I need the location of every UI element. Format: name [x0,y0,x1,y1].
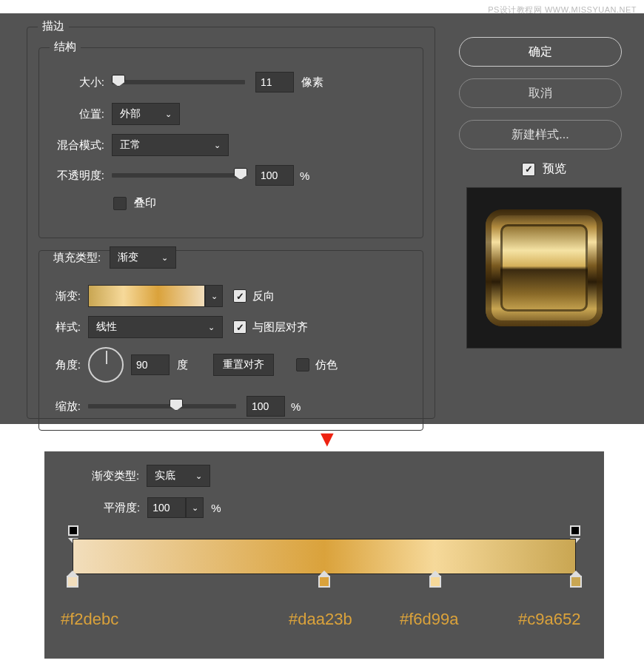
arrow-down-icon: ▼ [316,426,338,451]
style-label: 样式: [45,320,81,334]
blend-label: 混合模式: [33,138,104,152]
chevron-down-icon: ⌄ [208,323,215,332]
hex-2: #daa23b [289,610,352,629]
stroke-title: 描边 [38,19,69,33]
gradtype-label: 渐变类型: [92,469,139,483]
chevron-down-icon: ⌄ [195,471,202,481]
hex-3: #f6d99a [400,610,459,629]
color-stop-4[interactable] [570,576,582,591]
chevron-down-icon: ⌄ [214,141,221,150]
structure-title: 结构 [50,40,81,54]
style-select[interactable]: 线性 ⌄ [88,316,223,338]
overprint-checkbox[interactable] [113,197,127,210]
opacity-slider[interactable] [112,173,245,178]
align-checkbox[interactable]: ✓ [233,320,246,334]
color-stop-3[interactable] [429,576,441,591]
reverse-label: 反向 [252,289,275,303]
layer-style-panel: 描边 结构 大小: 像素 位置: 外部 ⌄ 混合模式: [0,13,644,424]
hex-4: #c9a652 [518,610,580,629]
angle-input[interactable] [131,354,170,375]
angle-unit: 度 [177,358,188,372]
filltype-value: 渐变 [118,251,138,264]
gold-preview-icon [486,209,603,326]
size-label: 大小: [56,75,104,90]
hex-1: #f2debc [61,610,118,629]
angle-label: 角度: [45,358,81,372]
size-slider-thumb[interactable] [112,75,125,87]
opacity-unit: % [300,169,309,182]
scale-label: 缩放: [45,400,81,414]
overprint-label: 叠印 [134,196,156,210]
scale-unit: % [291,400,301,413]
smooth-dropdown[interactable]: ⌄ [186,497,204,518]
preview-checkbox[interactable]: ✓ [522,163,535,176]
preview-label: 预览 [543,161,566,177]
blend-value: 正常 [120,138,141,152]
position-value: 外部 [120,107,141,121]
fill-fieldset: 渐变: ⌄ ✓ 反向 样式: 线性 ⌄ ✓ 与图层对齐 角度: [38,250,423,431]
size-slider[interactable] [112,80,245,84]
scale-input[interactable] [246,396,285,417]
angle-dial[interactable] [88,347,124,383]
right-column: 确定 取消 新建样式... ✓ 预览 [459,37,629,349]
chevron-down-icon: ⌄ [161,253,168,263]
scale-slider[interactable] [88,404,236,408]
smooth-unit: % [211,502,221,514]
gradtype-select[interactable]: 实底 ⌄ [147,465,210,487]
size-input[interactable] [255,72,294,92]
opacity-stop-left[interactable] [68,525,78,539]
gradient-bar[interactable] [73,539,576,574]
chevron-down-icon: ⌄ [211,292,218,301]
scale-slider-thumb[interactable] [170,399,183,411]
new-style-button[interactable]: 新建样式... [459,120,622,149]
color-stop-1[interactable] [67,576,78,591]
position-label: 位置: [56,107,104,121]
opacity-input[interactable] [255,165,294,186]
blend-select[interactable]: 正常 ⌄ [112,134,229,156]
position-select[interactable]: 外部 ⌄ [112,103,180,125]
size-unit: 像素 [301,75,323,90]
style-value: 线性 [96,320,117,334]
opacity-stop-right[interactable] [570,525,580,539]
ok-button[interactable]: 确定 [459,37,622,67]
smooth-label: 平滑度: [104,501,140,515]
filltype-select[interactable]: 渐变 ⌄ [110,246,176,269]
dither-checkbox[interactable] [296,358,309,371]
reverse-checkbox[interactable]: ✓ [233,289,246,303]
gradient-dropdown[interactable]: ⌄ [205,285,223,307]
structure-fieldset: 结构 大小: 像素 位置: 外部 ⌄ 混合模式: 正常 ⌄ [38,47,423,238]
chevron-down-icon: ⌄ [192,503,198,513]
smooth-input[interactable] [147,497,186,518]
gradtype-value: 实底 [155,469,175,482]
chevron-down-icon: ⌄ [165,110,172,119]
reset-align-button[interactable]: 重置对齐 [213,354,274,376]
align-label: 与图层对齐 [252,320,308,334]
opacity-label: 不透明度: [33,169,104,183]
dither-label: 仿色 [315,358,338,372]
cancel-button[interactable]: 取消 [459,78,622,108]
gradient-swatch[interactable] [88,285,205,307]
color-stop-2[interactable] [318,576,330,591]
gradient-label: 渐变: [45,289,81,303]
filltype-label: 填充类型: [50,251,104,265]
opacity-slider-thumb[interactable] [234,168,247,180]
preview-box [466,187,622,349]
